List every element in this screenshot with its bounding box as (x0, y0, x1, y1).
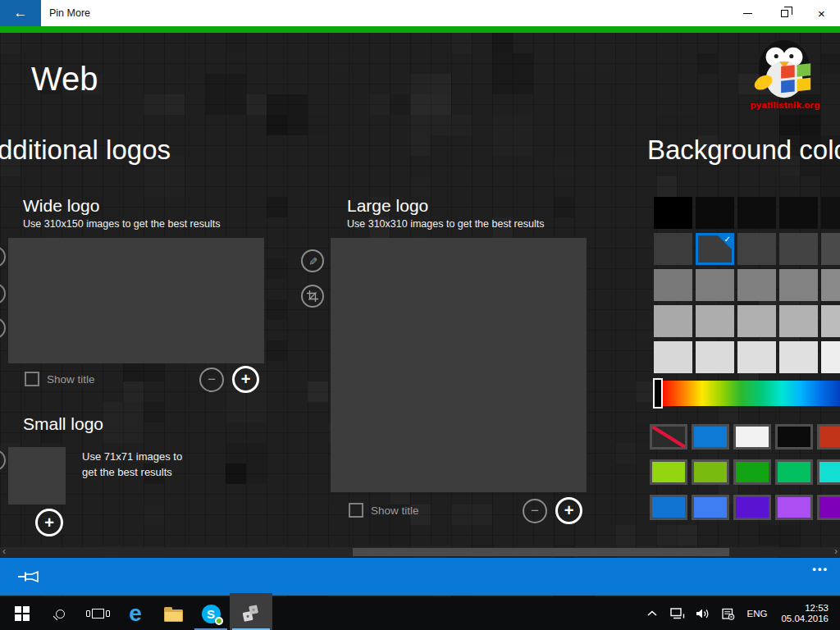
windows-start-icon (15, 606, 30, 621)
pin-more-window: ← Pin More × (0, 0, 840, 630)
taskbar-pin-more-button[interactable] (230, 593, 272, 630)
large-logo-add-button[interactable]: + (555, 497, 582, 524)
background-color-cell[interactable] (696, 197, 734, 229)
plus-icon: + (564, 501, 574, 520)
large-logo-remove-button[interactable]: − (523, 499, 547, 523)
swatch[interactable] (650, 495, 687, 520)
hue-gradient-bar[interactable] (663, 381, 840, 406)
background-color-cell[interactable] (654, 305, 692, 337)
close-button[interactable]: × (803, 0, 840, 26)
swatch[interactable] (733, 424, 771, 450)
restore-icon (781, 10, 788, 17)
background-color-cell[interactable] (821, 305, 840, 337)
background-color-cell[interactable] (654, 269, 692, 301)
background-color-cell[interactable] (654, 197, 692, 229)
background-color-cell[interactable] (821, 197, 840, 229)
taskbar-search-button[interactable] (41, 597, 79, 630)
swatch[interactable] (817, 424, 840, 450)
taskbar-file-explorer-button[interactable] (154, 597, 192, 630)
swatch[interactable] (775, 459, 813, 485)
swatch[interactable] (692, 495, 729, 520)
taskbar: e S (0, 597, 840, 630)
swatch[interactable] (733, 459, 771, 485)
swatch[interactable] (692, 459, 729, 485)
more-options-button[interactable]: ••• (812, 563, 829, 575)
search-icon (56, 609, 65, 619)
ellipsis-icon: ••• (812, 563, 829, 575)
background-color-cell[interactable] (696, 305, 734, 337)
wide-logo-placeholder[interactable] (8, 238, 264, 363)
scroll-right-icon[interactable]: › (834, 546, 838, 557)
wide-show-title-checkbox[interactable] (25, 372, 39, 386)
small-logo-add-button[interactable]: + (35, 509, 63, 536)
site-watermark: pyatilistnik.org (737, 38, 833, 110)
large-show-title-checkbox[interactable] (349, 503, 363, 518)
tray-network-button[interactable] (668, 597, 687, 630)
background-color-cell[interactable] (779, 341, 818, 373)
swatch[interactable] (650, 459, 687, 485)
restore-button[interactable] (766, 0, 803, 26)
background-color-cell[interactable]: ✓ (696, 233, 734, 265)
swatch[interactable] (775, 495, 813, 520)
small-logo-hint-line2: get the best results (82, 464, 182, 480)
task-view-button[interactable] (79, 597, 116, 630)
taskbar-edge-button[interactable]: e (116, 597, 154, 630)
background-color-cell[interactable] (779, 233, 818, 265)
background-color-cell[interactable] (737, 341, 776, 373)
pencil-icon: ✎ (307, 257, 319, 266)
small-logo-placeholder[interactable] (8, 447, 66, 504)
language-indicator[interactable]: ENG (744, 609, 771, 619)
background-color-cell[interactable] (737, 269, 776, 301)
wide-logo-remove-button[interactable]: − (199, 368, 224, 392)
swatch[interactable] (817, 459, 840, 485)
tray-overflow-button[interactable] (642, 597, 662, 630)
background-color-cell[interactable] (779, 197, 818, 229)
plus-icon: + (241, 370, 251, 389)
start-button[interactable] (3, 597, 41, 630)
horizontal-scrollbar[interactable]: ‹ › (0, 547, 840, 557)
tray-notes-button[interactable] (719, 597, 738, 630)
edit-image-button[interactable]: ✎ (301, 249, 324, 272)
close-icon: × (818, 7, 825, 21)
swatch[interactable] (817, 495, 840, 520)
background-color-cell[interactable] (821, 233, 840, 265)
penguin-logo (746, 38, 824, 102)
background-color-cell[interactable] (696, 341, 734, 373)
swatch-none[interactable] (650, 424, 687, 450)
swatch[interactable] (733, 495, 771, 520)
back-icon: ← (14, 5, 28, 21)
section-title-background-color: Background colo (647, 135, 840, 166)
background-color-cell[interactable] (737, 197, 776, 229)
swatch[interactable] (692, 424, 729, 450)
wide-logo-add-button[interactable]: + (232, 366, 259, 393)
background-color-cell[interactable] (737, 233, 776, 265)
edge-icon: e (129, 603, 142, 624)
network-icon (670, 608, 685, 619)
minimize-button[interactable] (729, 0, 766, 26)
background-color-cell[interactable] (821, 269, 840, 301)
background-color-cell[interactable] (654, 233, 692, 265)
large-logo-placeholder[interactable] (331, 238, 587, 492)
command-bar: ••• (0, 558, 840, 596)
background-color-cell[interactable] (654, 341, 692, 373)
crop-icon (307, 290, 318, 302)
taskbar-skype-button[interactable]: S (192, 597, 230, 630)
hue-slider[interactable] (653, 378, 663, 409)
background-color-cell[interactable] (779, 269, 818, 301)
crop-image-button[interactable] (301, 285, 324, 308)
background-color-cell[interactable] (696, 269, 734, 301)
back-button[interactable]: ← (0, 0, 41, 26)
taskbar-clock[interactable]: 12:53 05.04.2016 (776, 603, 833, 624)
background-color-cell[interactable] (737, 305, 776, 337)
clock-date: 05.04.2016 (781, 614, 829, 624)
horizontal-scrollbar-thumb[interactable] (353, 548, 729, 556)
tray-volume-button[interactable] (693, 597, 713, 630)
background-color-cell[interactable] (779, 305, 818, 337)
pin-button[interactable] (13, 565, 46, 588)
scroll-left-icon[interactable]: ‹ (2, 546, 6, 557)
skype-status-dot (215, 617, 223, 625)
pin-more-app-icon (240, 604, 262, 623)
swatch[interactable] (775, 424, 813, 450)
watermark-text: pyatilistnik.org (737, 100, 833, 110)
background-color-cell[interactable] (821, 341, 840, 373)
